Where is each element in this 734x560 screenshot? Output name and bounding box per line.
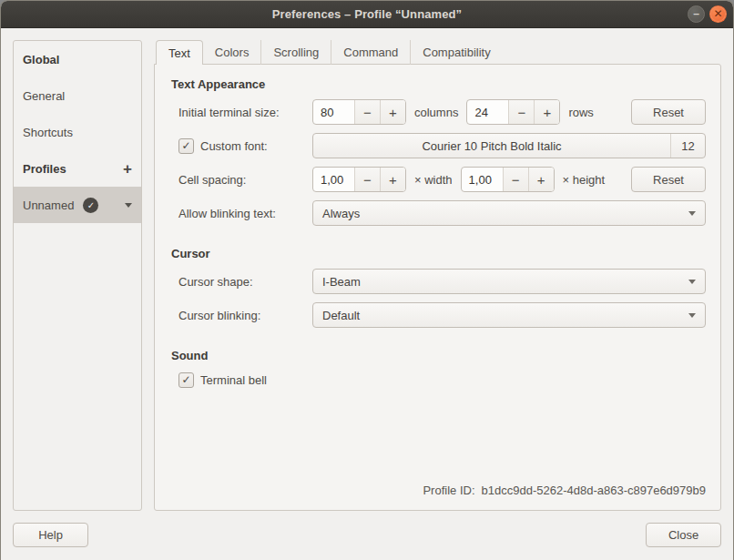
blinking-text-dropdown[interactable]: Always [312,200,706,226]
columns-value[interactable]: 80 [313,100,354,124]
row-cursor-blinking: Cursor blinking: Default [178,302,706,328]
cell-width-spinner: 1,00 − + [312,167,406,192]
cell-height-decrement-button[interactable]: − [503,168,528,191]
close-icon: ✕ [713,8,722,19]
sidebar-shortcuts-label: Shortcuts [23,126,73,139]
sidebar: Global General Shortcuts Profiles + Unna… [13,40,142,511]
cell-height-unit-label: × height [563,173,606,187]
preferences-dialog: Preferences – Profile “Unnamed” – ✕ Glob… [0,0,734,560]
sidebar-item-shortcuts[interactable]: Shortcuts [14,114,141,150]
minimize-button[interactable]: – [688,5,705,23]
section-text-appearance: Text Appearance [171,77,706,91]
row-initial-terminal-size: Initial terminal size: 80 − + columns 24… [178,99,706,125]
close-window-button[interactable]: ✕ [709,5,727,23]
minimize-icon: – [693,8,699,19]
cell-width-increment-button[interactable]: + [380,168,405,191]
sidebar-section-global: Global [14,41,141,77]
chevron-down-icon [688,280,696,284]
size-reset-button[interactable]: Reset [631,99,706,125]
blinking-text-value: Always [322,207,360,220]
blinking-text-label: Allow blinking text: [178,207,312,220]
columns-unit-label: columns [414,106,458,119]
checkbox-check-icon: ✓ [181,139,190,152]
tab-text[interactable]: Text [156,40,203,65]
cell-height-value[interactable]: 1,00 [462,168,503,191]
cursor-blinking-value: Default [322,309,360,322]
titlebar[interactable]: Preferences – Profile “Unnamed” – ✕ [1,1,733,28]
tab-colors[interactable]: Colors [203,40,262,65]
profile-unnamed-label: Unnamed [23,199,74,212]
rows-decrement-button[interactable]: − [508,100,534,124]
initial-size-label: Initial terminal size: [178,106,312,119]
cursor-blinking-label: Cursor blinking: [178,309,312,322]
tab-command[interactable]: Command [331,40,411,65]
profile-menu-chevron-down-icon[interactable] [125,203,132,208]
sidebar-general-label: General [23,89,65,103]
sidebar-section-profiles: Profiles + [14,150,141,187]
checkbox-check-icon: ✓ [181,373,190,386]
cell-width-unit-label: × width [414,173,453,187]
cursor-shape-dropdown[interactable]: I-Beam [312,269,706,294]
rows-spinner: 24 − + [466,99,560,125]
cursor-shape-value: I-Beam [322,275,361,289]
row-cell-spacing: Cell spacing: 1,00 − + × width 1,00 − + [178,167,706,192]
close-button[interactable]: Close [646,523,721,547]
font-size: 12 [670,134,705,158]
font-chooser-button[interactable]: Courier 10 Pitch Bold Italic 12 [312,133,706,158]
row-custom-font: ✓ Custom font: Courier 10 Pitch Bold Ita… [178,133,706,158]
terminal-bell-label: Terminal bell [200,373,267,387]
cell-width-value[interactable]: 1,00 [313,168,354,191]
spacing-reset-button[interactable]: Reset [631,167,706,192]
chevron-down-icon [688,313,696,318]
profile-id-label: Profile ID: [423,484,474,497]
tab-page-text: Text Appearance Initial terminal size: 8… [154,64,721,511]
columns-spinner: 80 − + [312,99,406,125]
cell-spacing-label: Cell spacing: [178,173,312,187]
default-profile-check-icon: ✓ [83,198,98,213]
rows-value[interactable]: 24 [467,100,508,124]
cell-height-spinner: 1,00 − + [461,167,555,192]
cursor-blinking-dropdown[interactable]: Default [312,302,706,328]
main-area: Global General Shortcuts Profiles + Unna… [1,28,733,511]
columns-increment-button[interactable]: + [380,100,405,124]
rows-unit-label: rows [568,106,593,119]
profile-id: Profile ID: b1dcc9dd-5262-4d8d-a863-c897… [423,484,706,497]
row-allow-blinking-text: Allow blinking text: Always [178,200,706,226]
sidebar-item-general[interactable]: General [14,77,141,114]
chevron-down-icon [688,211,696,216]
section-sound: Sound [171,349,706,362]
font-name: Courier 10 Pitch Bold Italic [313,139,670,153]
cell-height-increment-button[interactable]: + [528,168,554,191]
sidebar-item-profile-unnamed[interactable]: Unnamed ✓ [14,187,141,223]
rows-increment-button[interactable]: + [534,100,559,124]
row-terminal-bell: ✓ Terminal bell [178,371,706,389]
columns-decrement-button[interactable]: − [354,100,380,124]
help-button[interactable]: Help [13,523,88,547]
window-controls: – ✕ [688,5,733,23]
tab-scrolling[interactable]: Scrolling [261,40,331,65]
add-profile-icon[interactable]: + [123,161,132,177]
sidebar-global-label: Global [23,53,59,66]
tab-bar: Text Colors Scrolling Command Compatibil… [154,40,721,65]
row-cursor-shape: Cursor shape: I-Beam [178,269,706,294]
cursor-shape-label: Cursor shape: [178,275,312,289]
custom-font-label: Custom font: [200,139,268,153]
notebook: Text Colors Scrolling Command Compatibil… [154,40,721,511]
sidebar-profiles-label: Profiles [23,162,66,176]
section-cursor: Cursor [171,247,706,260]
profile-id-value: b1dcc9dd-5262-4d8d-a863-c897e6d979b9 [482,484,707,497]
window-title: Preferences – Profile “Unnamed” [1,7,733,21]
tab-compatibility[interactable]: Compatibility [411,40,502,65]
custom-font-checkbox[interactable]: ✓ [178,138,194,154]
cell-width-decrement-button[interactable]: − [354,168,380,191]
terminal-bell-checkbox[interactable]: ✓ [178,372,194,388]
action-bar: Help Close [1,511,733,560]
